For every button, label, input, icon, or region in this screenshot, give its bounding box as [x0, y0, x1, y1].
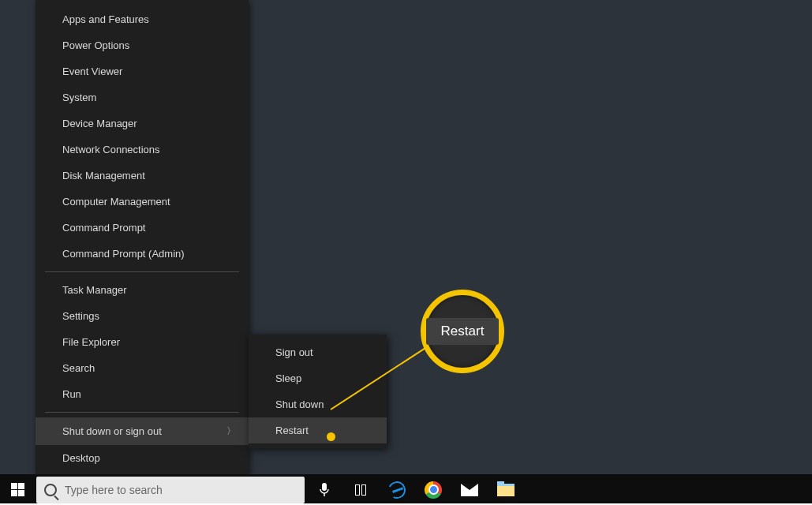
menu-item-label: Event Viewer [62, 65, 122, 77]
file-explorer-icon [497, 484, 515, 496]
menu-power-options[interactable]: Power Options [36, 32, 249, 58]
chrome-icon [425, 481, 442, 499]
taskbar-chrome[interactable] [415, 474, 451, 505]
microphone-icon [319, 482, 330, 498]
menu-item-label: Apps and Features [62, 13, 149, 25]
menu-item-label: Shut down or sign out [62, 425, 162, 437]
menu-item-label: Disk Management [62, 170, 145, 181]
annotation-label: Restart [441, 324, 485, 339]
submenu-item-label: Sign out [275, 346, 313, 358]
menu-network-connections[interactable]: Network Connections [36, 137, 249, 163]
menu-item-label: Network Connections [62, 144, 160, 155]
submenu-item-label: Restart [275, 425, 309, 436]
menu-item-label: Settings [62, 310, 99, 322]
menu-device-manager[interactable]: Device Manager [36, 110, 249, 137]
svg-rect-0 [322, 483, 327, 491]
mail-icon [461, 484, 478, 496]
submenu-item-label: Sleep [275, 372, 301, 384]
menu-item-label: Desktop [62, 452, 100, 464]
menu-item-label: System [62, 92, 96, 103]
menu-item-label: Device Manager [62, 118, 137, 129]
chevron-right-icon: 〉 [226, 425, 236, 438]
task-view-button[interactable] [342, 474, 379, 505]
windows-logo-icon [11, 483, 24, 496]
annotation-zoom-row: Restart [426, 318, 499, 345]
menu-item-label: Search [62, 362, 95, 374]
search-icon [44, 484, 57, 496]
edge-icon [386, 478, 408, 500]
start-button[interactable] [0, 474, 35, 505]
taskbar-search-box[interactable]: Type here to search [36, 477, 305, 503]
menu-item-label: Command Prompt [62, 222, 145, 234]
menu-item-label: Power Options [62, 39, 129, 51]
task-view-icon [355, 484, 366, 496]
annotation-circle: Restart [421, 290, 504, 373]
taskbar-edge[interactable] [379, 474, 415, 505]
menu-task-manager[interactable]: Task Manager [36, 277, 249, 303]
menu-command-prompt-admin[interactable]: Command Prompt (Admin) [36, 241, 249, 267]
shutdown-submenu: Sign out Sleep Shut down Restart [249, 335, 387, 448]
menu-system[interactable]: System [36, 84, 249, 110]
menu-run[interactable]: Run [36, 381, 249, 407]
menu-settings[interactable]: Settings [36, 303, 249, 329]
menu-disk-management[interactable]: Disk Management [36, 163, 249, 189]
menu-apps-features[interactable]: Apps and Features [36, 6, 249, 32]
cortana-button[interactable] [306, 474, 342, 505]
submenu-item-label: Shut down [275, 398, 324, 410]
desktop[interactable]: Apps and Features Power Options Event Vi… [0, 0, 812, 474]
menu-item-label: Run [62, 388, 81, 400]
submenu-sign-out[interactable]: Sign out [249, 339, 387, 365]
menu-item-label: Computer Management [62, 196, 170, 208]
menu-computer-management[interactable]: Computer Management [36, 189, 249, 215]
menu-item-label: File Explorer [62, 336, 120, 348]
menu-file-explorer[interactable]: File Explorer [36, 329, 249, 355]
winx-context-menu: Apps and Features Power Options Event Vi… [36, 0, 249, 474]
menu-command-prompt[interactable]: Command Prompt [36, 215, 249, 241]
menu-search[interactable]: Search [36, 355, 249, 381]
menu-shutdown-signout[interactable]: Shut down or sign out 〉 [36, 417, 249, 445]
menu-desktop[interactable]: Desktop [36, 445, 249, 471]
submenu-shut-down[interactable]: Shut down [249, 391, 387, 417]
taskbar-mail[interactable] [451, 474, 488, 505]
menu-separator [45, 271, 239, 272]
menu-separator [45, 412, 239, 413]
menu-item-label: Task Manager [62, 284, 127, 296]
annotation-dot [327, 432, 335, 441]
taskbar-file-explorer[interactable] [488, 474, 524, 505]
menu-item-label: Command Prompt (Admin) [62, 248, 185, 260]
taskbar: Type here to search [0, 474, 812, 505]
menu-event-viewer[interactable]: Event Viewer [36, 58, 249, 84]
search-placeholder: Type here to search [65, 484, 163, 496]
submenu-restart[interactable]: Restart [249, 417, 387, 443]
